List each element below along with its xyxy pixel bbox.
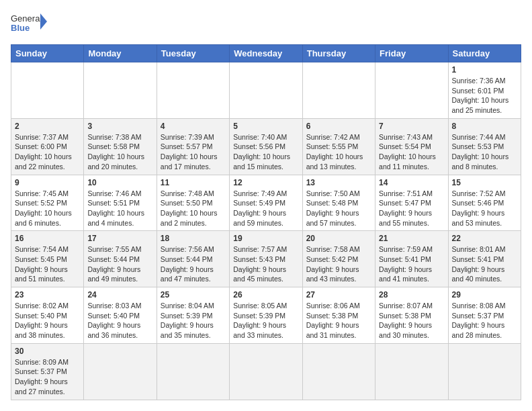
day-info: Sunrise: 7:57 AM Sunset: 5:43 PM Dayligh… — [233, 244, 298, 284]
week-row-3: 9Sunrise: 7:45 AM Sunset: 5:52 PM Daylig… — [11, 175, 521, 231]
day-number: 12 — [233, 178, 298, 187]
day-cell — [375, 62, 448, 119]
day-info: Sunrise: 8:03 AM Sunset: 5:40 PM Dayligh… — [87, 301, 152, 340]
day-info: Sunrise: 7:42 AM Sunset: 5:55 PM Dayligh… — [306, 132, 371, 172]
day-info: Sunrise: 8:08 AM Sunset: 5:37 PM Dayligh… — [452, 301, 517, 340]
day-header-monday: Monday — [84, 45, 157, 62]
day-number: 23 — [15, 290, 80, 300]
day-number: 5 — [233, 122, 298, 131]
day-header-wednesday: Wednesday — [230, 45, 302, 62]
week-row-1: 1Sunrise: 7:36 AM Sunset: 6:01 PM Daylig… — [11, 62, 521, 119]
day-cell: 6Sunrise: 7:42 AM Sunset: 5:55 PM Daylig… — [302, 118, 375, 175]
calendar: SundayMondayTuesdayWednesdayThursdayFrid… — [11, 44, 521, 400]
day-cell — [84, 343, 157, 400]
day-cell: 19Sunrise: 7:57 AM Sunset: 5:43 PM Dayli… — [230, 231, 302, 287]
day-info: Sunrise: 8:04 AM Sunset: 5:39 PM Dayligh… — [161, 301, 226, 340]
day-cell: 27Sunrise: 8:06 AM Sunset: 5:38 PM Dayli… — [302, 287, 375, 344]
day-number: 17 — [87, 234, 152, 243]
day-cell — [230, 343, 302, 400]
day-header-thursday: Thursday — [302, 45, 375, 62]
day-cell: 24Sunrise: 8:03 AM Sunset: 5:40 PM Dayli… — [84, 287, 157, 344]
day-cell: 9Sunrise: 7:45 AM Sunset: 5:52 PM Daylig… — [11, 175, 84, 231]
day-cell: 29Sunrise: 8:08 AM Sunset: 5:37 PM Dayli… — [448, 287, 521, 344]
day-number: 9 — [15, 178, 80, 187]
day-number: 29 — [452, 290, 517, 300]
day-cell: 10Sunrise: 7:46 AM Sunset: 5:51 PM Dayli… — [84, 175, 157, 231]
header: GeneralBlue — [11, 11, 521, 39]
day-number: 27 — [306, 290, 371, 300]
day-cell: 21Sunrise: 7:59 AM Sunset: 5:41 PM Dayli… — [375, 231, 448, 287]
svg-text:Blue: Blue — [11, 23, 30, 33]
day-number: 6 — [306, 122, 371, 131]
day-cell — [302, 62, 375, 119]
day-header-saturday: Saturday — [448, 45, 521, 62]
week-row-5: 23Sunrise: 8:02 AM Sunset: 5:40 PM Dayli… — [11, 287, 521, 344]
day-number: 14 — [379, 178, 444, 187]
day-info: Sunrise: 8:02 AM Sunset: 5:40 PM Dayligh… — [15, 301, 80, 340]
day-header-row: SundayMondayTuesdayWednesdayThursdayFrid… — [11, 45, 521, 62]
day-info: Sunrise: 7:48 AM Sunset: 5:50 PM Dayligh… — [161, 189, 226, 228]
day-cell — [84, 62, 157, 119]
day-cell: 4Sunrise: 7:39 AM Sunset: 5:57 PM Daylig… — [157, 118, 229, 175]
day-cell: 22Sunrise: 8:01 AM Sunset: 5:41 PM Dayli… — [448, 231, 521, 287]
day-cell — [448, 343, 521, 400]
day-cell: 16Sunrise: 7:54 AM Sunset: 5:45 PM Dayli… — [11, 231, 84, 287]
day-number: 28 — [379, 290, 444, 300]
day-cell: 11Sunrise: 7:48 AM Sunset: 5:50 PM Dayli… — [157, 175, 229, 231]
day-header-friday: Friday — [375, 45, 448, 62]
svg-text:General: General — [11, 13, 42, 24]
day-cell: 14Sunrise: 7:51 AM Sunset: 5:47 PM Dayli… — [375, 175, 448, 231]
day-cell: 23Sunrise: 8:02 AM Sunset: 5:40 PM Dayli… — [11, 287, 84, 344]
day-cell — [302, 343, 375, 400]
day-cell — [157, 62, 229, 119]
day-number: 8 — [452, 122, 517, 131]
general-blue-logo: GeneralBlue — [11, 11, 48, 39]
day-header-tuesday: Tuesday — [157, 45, 229, 62]
day-info: Sunrise: 7:54 AM Sunset: 5:45 PM Dayligh… — [15, 244, 80, 284]
day-number: 24 — [87, 290, 152, 300]
day-info: Sunrise: 8:05 AM Sunset: 5:39 PM Dayligh… — [233, 301, 298, 340]
day-info: Sunrise: 7:44 AM Sunset: 5:53 PM Dayligh… — [452, 132, 517, 172]
day-info: Sunrise: 8:01 AM Sunset: 5:41 PM Dayligh… — [452, 244, 517, 284]
day-cell: 3Sunrise: 7:38 AM Sunset: 5:58 PM Daylig… — [84, 118, 157, 175]
day-number: 30 — [15, 347, 80, 356]
day-number: 25 — [161, 290, 226, 300]
day-cell: 18Sunrise: 7:56 AM Sunset: 5:44 PM Dayli… — [157, 231, 229, 287]
day-cell — [11, 62, 84, 119]
week-row-6: 30Sunrise: 8:09 AM Sunset: 5:37 PM Dayli… — [11, 343, 521, 400]
svg-marker-2 — [40, 13, 47, 30]
day-info: Sunrise: 8:06 AM Sunset: 5:38 PM Dayligh… — [306, 301, 371, 340]
day-cell: 28Sunrise: 8:07 AM Sunset: 5:38 PM Dayli… — [375, 287, 448, 344]
day-number: 2 — [15, 122, 80, 131]
day-info: Sunrise: 7:52 AM Sunset: 5:46 PM Dayligh… — [452, 189, 517, 228]
day-number: 13 — [306, 178, 371, 187]
day-cell: 7Sunrise: 7:43 AM Sunset: 5:54 PM Daylig… — [375, 118, 448, 175]
day-cell: 8Sunrise: 7:44 AM Sunset: 5:53 PM Daylig… — [448, 118, 521, 175]
logo: GeneralBlue — [11, 11, 48, 39]
day-cell: 5Sunrise: 7:40 AM Sunset: 5:56 PM Daylig… — [230, 118, 302, 175]
day-info: Sunrise: 7:55 AM Sunset: 5:44 PM Dayligh… — [87, 244, 152, 284]
day-number: 18 — [161, 234, 226, 243]
day-number: 22 — [452, 234, 517, 243]
day-info: Sunrise: 7:36 AM Sunset: 6:01 PM Dayligh… — [452, 76, 517, 116]
day-cell: 25Sunrise: 8:04 AM Sunset: 5:39 PM Dayli… — [157, 287, 229, 344]
day-info: Sunrise: 8:09 AM Sunset: 5:37 PM Dayligh… — [15, 357, 80, 397]
day-info: Sunrise: 8:07 AM Sunset: 5:38 PM Dayligh… — [379, 301, 444, 340]
day-header-sunday: Sunday — [11, 45, 84, 62]
day-number: 10 — [87, 178, 152, 187]
day-cell — [375, 343, 448, 400]
day-number: 16 — [15, 234, 80, 243]
week-row-2: 2Sunrise: 7:37 AM Sunset: 6:00 PM Daylig… — [11, 118, 521, 175]
day-info: Sunrise: 7:49 AM Sunset: 5:49 PM Dayligh… — [233, 189, 298, 228]
day-number: 26 — [233, 290, 298, 300]
day-number: 21 — [379, 234, 444, 243]
day-number: 3 — [87, 122, 152, 131]
day-info: Sunrise: 7:40 AM Sunset: 5:56 PM Dayligh… — [233, 132, 298, 172]
day-info: Sunrise: 7:37 AM Sunset: 6:00 PM Dayligh… — [15, 132, 80, 172]
day-cell: 2Sunrise: 7:37 AM Sunset: 6:00 PM Daylig… — [11, 118, 84, 175]
day-cell: 12Sunrise: 7:49 AM Sunset: 5:49 PM Dayli… — [230, 175, 302, 231]
day-info: Sunrise: 7:38 AM Sunset: 5:58 PM Dayligh… — [87, 132, 152, 172]
day-number: 7 — [379, 122, 444, 131]
day-info: Sunrise: 7:56 AM Sunset: 5:44 PM Dayligh… — [161, 244, 226, 284]
day-cell: 15Sunrise: 7:52 AM Sunset: 5:46 PM Dayli… — [448, 175, 521, 231]
